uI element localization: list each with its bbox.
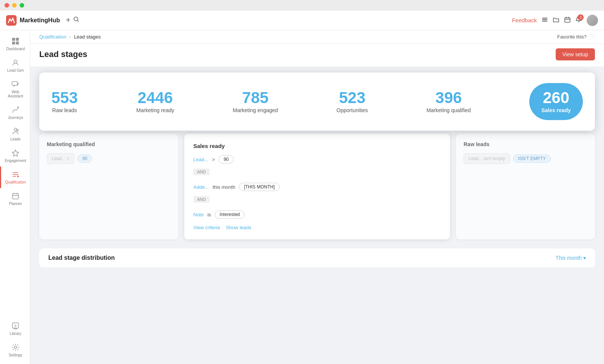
stat-number-mengaged: 785 bbox=[233, 90, 278, 106]
stat-marketing-engaged[interactable]: 785 Marketing engaged bbox=[233, 90, 278, 113]
avatar[interactable] bbox=[587, 15, 598, 26]
sidebar-label-journeys: Journeys bbox=[8, 116, 23, 120]
stat-number-sready: 260 bbox=[541, 90, 571, 106]
add-button[interactable]: + bbox=[66, 16, 71, 25]
app-container: MarketingHub + Feedback bbox=[0, 11, 604, 364]
calendar-icon[interactable] bbox=[564, 16, 571, 25]
and-badge-2: AND bbox=[193, 196, 210, 203]
month-select[interactable]: This month ▾ bbox=[556, 255, 586, 261]
app-name: MarketingHub bbox=[20, 17, 60, 24]
svg-rect-3 bbox=[542, 19, 547, 20]
stat-number-opps: 523 bbox=[336, 90, 368, 106]
criteria-row-1: Lead... > 90 bbox=[193, 155, 441, 163]
svg-rect-6 bbox=[12, 38, 15, 41]
criteria-actions: View criteria Show leads bbox=[193, 225, 441, 230]
maximize-dot[interactable] bbox=[20, 3, 24, 8]
stats-overlay: 553 Raw leads 2446 Marketing ready 785 M… bbox=[39, 72, 595, 131]
svg-rect-2 bbox=[542, 18, 547, 19]
bottom-section: Lead stage distribution This month ▾ bbox=[39, 248, 595, 267]
sidebar-item-dashboard[interactable]: Dashboard bbox=[0, 33, 30, 55]
svg-rect-11 bbox=[12, 82, 17, 85]
sidebar: Dashboard Lead Gen Web Assistant bbox=[0, 30, 30, 364]
criteria-row-3: Note is Interested bbox=[193, 210, 441, 219]
sidebar-item-journeys[interactable]: Journeys bbox=[0, 102, 30, 123]
show-leads-link[interactable]: Show leads bbox=[226, 225, 251, 230]
breadcrumb-parent[interactable]: Qualification bbox=[39, 34, 66, 40]
stat-label-raw: Raw leads bbox=[51, 107, 78, 113]
breadcrumb: Qualification › Lead stages Favorite thi… bbox=[30, 30, 604, 44]
notification-button[interactable]: 3 bbox=[575, 16, 582, 25]
dashboard-icon bbox=[11, 37, 20, 45]
close-dot[interactable] bbox=[5, 3, 9, 8]
folder-icon[interactable] bbox=[553, 16, 559, 25]
breadcrumb-separator: › bbox=[69, 34, 71, 40]
sidebar-item-library[interactable]: Library bbox=[0, 318, 30, 339]
card-rl-pill: ISN'T EMPTY bbox=[513, 154, 551, 163]
sidebar-item-leads[interactable]: Leads bbox=[0, 123, 30, 145]
list-icon[interactable] bbox=[541, 16, 548, 25]
card-mq-title: Marketing qualified bbox=[47, 141, 171, 147]
leads-icon bbox=[11, 127, 20, 136]
search-button[interactable] bbox=[73, 16, 79, 24]
breadcrumb-actions: Favorite this? ♡ bbox=[557, 33, 595, 40]
sidebar-label-settings: Settings bbox=[9, 353, 22, 357]
svg-point-18 bbox=[14, 346, 17, 349]
criteria-value-1: 90 bbox=[219, 155, 233, 163]
engagement-icon bbox=[11, 149, 20, 157]
svg-rect-4 bbox=[542, 21, 547, 22]
lead-gen-icon bbox=[11, 59, 20, 67]
sidebar-item-settings[interactable]: Settings bbox=[0, 339, 30, 361]
criteria-field-2: Adde... bbox=[193, 184, 209, 190]
stat-sales-ready[interactable]: 260 Sales ready bbox=[529, 83, 583, 120]
stat-number-mready: 2446 bbox=[136, 90, 174, 106]
bottom-header: Lead stage distribution This month ▾ bbox=[48, 254, 586, 261]
view-criteria-link[interactable]: View criteria bbox=[193, 225, 220, 230]
content-area: Qualification › Lead stages Favorite thi… bbox=[30, 30, 604, 364]
minimize-dot[interactable] bbox=[12, 3, 17, 8]
criteria-op-2: this month bbox=[213, 184, 235, 190]
top-header: MarketingHub + Feedback bbox=[0, 11, 604, 30]
criteria-value-2: [THIS MONTH] bbox=[239, 183, 279, 191]
sidebar-label-engagement: Engagement bbox=[5, 159, 26, 163]
svg-point-12 bbox=[17, 106, 19, 108]
bottom-title: Lead stage distribution bbox=[48, 254, 115, 261]
sidebar-label-leads: Leads bbox=[10, 137, 20, 141]
sidebar-item-qualification[interactable]: Qualification bbox=[0, 167, 30, 188]
card-mq-value: 90 bbox=[77, 154, 92, 163]
criteria-op-3: is bbox=[207, 212, 211, 217]
card-sr-title: Sales ready bbox=[193, 143, 441, 149]
card-raw-leads: Raw leads Lead... isn't empty ISN'T EMPT… bbox=[456, 134, 595, 239]
card-mq-input[interactable]: Lead... > bbox=[47, 153, 74, 164]
sidebar-item-engagement[interactable]: Engagement bbox=[0, 145, 30, 167]
criteria-row-2: Adde... this month [THIS MONTH] bbox=[193, 183, 441, 191]
criteria-value-3: Interested bbox=[215, 210, 245, 219]
sidebar-item-lead-gen[interactable]: Lead Gen bbox=[0, 55, 30, 76]
search-icon bbox=[73, 16, 79, 22]
stat-marketing-qualified[interactable]: 396 Marketing qualified bbox=[427, 90, 471, 113]
logo-area: MarketingHub + bbox=[6, 15, 506, 26]
sidebar-label-web-assistant: Web Assistant bbox=[4, 90, 27, 98]
stat-label-mengaged: Marketing engaged bbox=[233, 107, 278, 113]
sidebar-label-library: Library bbox=[10, 332, 22, 336]
favorite-icon[interactable]: ♡ bbox=[590, 33, 595, 40]
criteria-field-1: Lead... bbox=[193, 157, 208, 162]
library-icon bbox=[11, 322, 20, 330]
stat-number-mqualified: 396 bbox=[427, 90, 471, 106]
view-setup-button[interactable]: View setup bbox=[556, 48, 595, 60]
logo-icon bbox=[6, 15, 17, 26]
sidebar-item-planner[interactable]: Planner bbox=[0, 188, 30, 210]
stat-label-mqualified: Marketing qualified bbox=[427, 107, 471, 113]
feedback-link[interactable]: Feedback bbox=[512, 17, 537, 23]
stat-marketing-ready[interactable]: 2446 Marketing ready bbox=[136, 90, 174, 113]
stat-raw-leads[interactable]: 553 Raw leads bbox=[51, 90, 78, 113]
svg-rect-5 bbox=[565, 18, 570, 22]
stat-opportunities[interactable]: 523 Opportunities bbox=[336, 90, 368, 113]
notification-badge: 3 bbox=[578, 14, 584, 20]
stat-number-raw: 553 bbox=[51, 90, 78, 106]
svg-point-14 bbox=[17, 130, 18, 131]
sidebar-item-web-assistant[interactable]: Web Assistant bbox=[0, 76, 30, 102]
svg-rect-7 bbox=[16, 38, 19, 41]
card-sales-ready: Sales ready Lead... > 90 AND Adde... bbox=[184, 134, 450, 239]
sidebar-label-lead-gen: Lead Gen bbox=[7, 68, 24, 72]
card-rl-input[interactable]: Lead... isn't empty bbox=[464, 153, 510, 164]
